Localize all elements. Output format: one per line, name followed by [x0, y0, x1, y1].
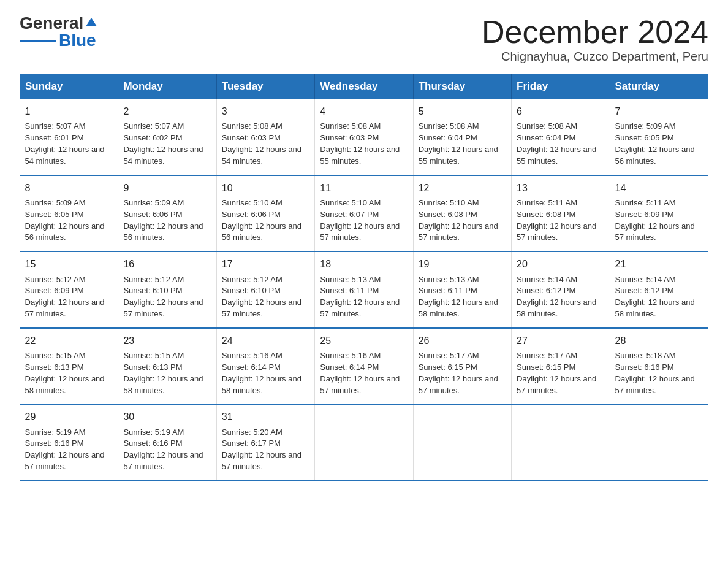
day-number: 27 [517, 334, 604, 348]
day-number: 7 [615, 104, 703, 118]
day-number: 5 [419, 104, 506, 118]
day-info: Sunrise: 5:13 AMSunset: 6:11 PMDaylight:… [419, 275, 498, 319]
header-sunday: Sunday [20, 74, 118, 99]
day-info: Sunrise: 5:08 AMSunset: 6:03 PMDaylight:… [222, 121, 301, 166]
header-tuesday: Tuesday [216, 74, 314, 99]
day-number: 10 [222, 181, 309, 195]
calendar-cell: 22 Sunrise: 5:15 AMSunset: 6:13 PMDaylig… [20, 328, 118, 405]
calendar-cell: 31 Sunrise: 5:20 AMSunset: 6:17 PMDaylig… [216, 404, 314, 481]
calendar-cell: 30 Sunrise: 5:19 AMSunset: 6:16 PMDaylig… [118, 404, 216, 481]
header-saturday: Saturday [610, 74, 708, 99]
day-info: Sunrise: 5:17 AMSunset: 6:15 PMDaylight:… [419, 351, 498, 395]
day-number: 6 [517, 104, 604, 118]
day-info: Sunrise: 5:08 AMSunset: 6:04 PMDaylight:… [419, 121, 498, 166]
day-info: Sunrise: 5:08 AMSunset: 6:03 PMDaylight:… [320, 121, 400, 166]
day-info: Sunrise: 5:19 AMSunset: 6:16 PMDaylight:… [25, 427, 105, 472]
day-info: Sunrise: 5:14 AMSunset: 6:12 PMDaylight:… [517, 275, 596, 319]
day-info: Sunrise: 5:19 AMSunset: 6:16 PMDaylight:… [123, 427, 203, 472]
calendar-cell: 23 Sunrise: 5:15 AMSunset: 6:13 PMDaylig… [118, 328, 216, 405]
day-number: 16 [123, 257, 211, 271]
day-info: Sunrise: 5:12 AMSunset: 6:09 PMDaylight:… [25, 275, 105, 319]
day-number: 29 [25, 410, 113, 424]
page-subtitle: Chignayhua, Cuzco Department, Peru [482, 50, 708, 64]
calendar-week-row: 29 Sunrise: 5:19 AMSunset: 6:16 PMDaylig… [20, 404, 708, 481]
day-info: Sunrise: 5:08 AMSunset: 6:04 PMDaylight:… [517, 121, 596, 166]
day-number: 28 [615, 334, 703, 348]
day-info: Sunrise: 5:07 AMSunset: 6:01 PMDaylight:… [25, 121, 105, 166]
calendar-cell: 10 Sunrise: 5:10 AMSunset: 6:06 PMDaylig… [216, 175, 314, 252]
title-block: December 2024 Chignayhua, Cuzco Departme… [482, 15, 708, 64]
calendar-cell: 1 Sunrise: 5:07 AMSunset: 6:01 PMDayligh… [20, 99, 118, 175]
day-number: 19 [419, 257, 506, 271]
calendar-week-row: 1 Sunrise: 5:07 AMSunset: 6:01 PMDayligh… [20, 99, 708, 175]
calendar-cell: 21 Sunrise: 5:14 AMSunset: 6:12 PMDaylig… [610, 251, 708, 328]
day-info: Sunrise: 5:18 AMSunset: 6:16 PMDaylight:… [615, 351, 695, 395]
calendar-cell [610, 404, 708, 481]
day-number: 1 [25, 104, 113, 118]
header-thursday: Thursday [413, 74, 511, 99]
calendar-cell [315, 404, 413, 481]
logo-triangle-icon [85, 15, 98, 29]
day-info: Sunrise: 5:12 AMSunset: 6:10 PMDaylight:… [222, 275, 301, 319]
day-info: Sunrise: 5:13 AMSunset: 6:11 PMDaylight:… [320, 275, 400, 319]
day-number: 13 [517, 181, 604, 195]
page-header: General Blue December 2024 Chignayhua, C… [20, 15, 708, 64]
calendar-cell: 9 Sunrise: 5:09 AMSunset: 6:06 PMDayligh… [118, 175, 216, 252]
day-number: 12 [419, 181, 506, 195]
calendar-cell: 7 Sunrise: 5:09 AMSunset: 6:05 PMDayligh… [610, 99, 708, 175]
day-number: 21 [615, 257, 703, 271]
day-info: Sunrise: 5:17 AMSunset: 6:15 PMDaylight:… [517, 351, 596, 395]
day-number: 30 [123, 410, 211, 424]
day-info: Sunrise: 5:10 AMSunset: 6:06 PMDaylight:… [222, 198, 301, 242]
calendar-week-row: 22 Sunrise: 5:15 AMSunset: 6:13 PMDaylig… [20, 328, 708, 405]
logo-blue: Blue [59, 32, 96, 49]
day-number: 25 [320, 334, 408, 348]
logo-general: General [20, 15, 83, 32]
day-number: 9 [123, 181, 211, 195]
calendar-week-row: 15 Sunrise: 5:12 AMSunset: 6:09 PMDaylig… [20, 251, 708, 328]
calendar-cell: 6 Sunrise: 5:08 AMSunset: 6:04 PMDayligh… [512, 99, 610, 175]
day-info: Sunrise: 5:07 AMSunset: 6:02 PMDaylight:… [123, 121, 203, 166]
calendar-cell: 20 Sunrise: 5:14 AMSunset: 6:12 PMDaylig… [512, 251, 610, 328]
calendar-table: SundayMondayTuesdayWednesdayThursdayFrid… [20, 74, 708, 481]
day-number: 17 [222, 257, 309, 271]
day-info: Sunrise: 5:11 AMSunset: 6:08 PMDaylight:… [517, 198, 596, 242]
day-number: 14 [615, 181, 703, 195]
calendar-cell: 25 Sunrise: 5:16 AMSunset: 6:14 PMDaylig… [315, 328, 413, 405]
calendar-cell: 11 Sunrise: 5:10 AMSunset: 6:07 PMDaylig… [315, 175, 413, 252]
calendar-cell: 4 Sunrise: 5:08 AMSunset: 6:03 PMDayligh… [315, 99, 413, 175]
day-info: Sunrise: 5:12 AMSunset: 6:10 PMDaylight:… [123, 275, 203, 319]
day-number: 20 [517, 257, 604, 271]
day-info: Sunrise: 5:16 AMSunset: 6:14 PMDaylight:… [320, 351, 400, 395]
calendar-cell [512, 404, 610, 481]
calendar-cell: 28 Sunrise: 5:18 AMSunset: 6:16 PMDaylig… [610, 328, 708, 405]
day-info: Sunrise: 5:09 AMSunset: 6:05 PMDaylight:… [25, 198, 105, 242]
day-info: Sunrise: 5:20 AMSunset: 6:17 PMDaylight:… [222, 427, 301, 472]
calendar-cell: 14 Sunrise: 5:11 AMSunset: 6:09 PMDaylig… [610, 175, 708, 252]
day-info: Sunrise: 5:14 AMSunset: 6:12 PMDaylight:… [615, 275, 695, 319]
calendar-header-row: SundayMondayTuesdayWednesdayThursdayFrid… [20, 74, 708, 99]
calendar-cell: 16 Sunrise: 5:12 AMSunset: 6:10 PMDaylig… [118, 251, 216, 328]
calendar-cell: 18 Sunrise: 5:13 AMSunset: 6:11 PMDaylig… [315, 251, 413, 328]
day-number: 8 [25, 181, 113, 195]
logo: General Blue [20, 15, 98, 49]
day-number: 31 [222, 410, 309, 424]
day-number: 2 [123, 104, 211, 118]
day-number: 4 [320, 104, 408, 118]
calendar-cell: 26 Sunrise: 5:17 AMSunset: 6:15 PMDaylig… [413, 328, 511, 405]
day-info: Sunrise: 5:15 AMSunset: 6:13 PMDaylight:… [25, 351, 105, 395]
calendar-cell: 24 Sunrise: 5:16 AMSunset: 6:14 PMDaylig… [216, 328, 314, 405]
calendar-cell: 3 Sunrise: 5:08 AMSunset: 6:03 PMDayligh… [216, 99, 314, 175]
day-info: Sunrise: 5:16 AMSunset: 6:14 PMDaylight:… [222, 351, 301, 395]
day-info: Sunrise: 5:09 AMSunset: 6:06 PMDaylight:… [123, 198, 203, 242]
calendar-week-row: 8 Sunrise: 5:09 AMSunset: 6:05 PMDayligh… [20, 175, 708, 252]
svg-marker-0 [86, 18, 97, 26]
day-number: 22 [25, 334, 113, 348]
calendar-cell: 27 Sunrise: 5:17 AMSunset: 6:15 PMDaylig… [512, 328, 610, 405]
header-monday: Monday [118, 74, 216, 99]
day-info: Sunrise: 5:15 AMSunset: 6:13 PMDaylight:… [123, 351, 203, 395]
calendar-cell: 17 Sunrise: 5:12 AMSunset: 6:10 PMDaylig… [216, 251, 314, 328]
day-number: 18 [320, 257, 408, 271]
calendar-cell: 5 Sunrise: 5:08 AMSunset: 6:04 PMDayligh… [413, 99, 511, 175]
day-info: Sunrise: 5:10 AMSunset: 6:07 PMDaylight:… [320, 198, 400, 242]
